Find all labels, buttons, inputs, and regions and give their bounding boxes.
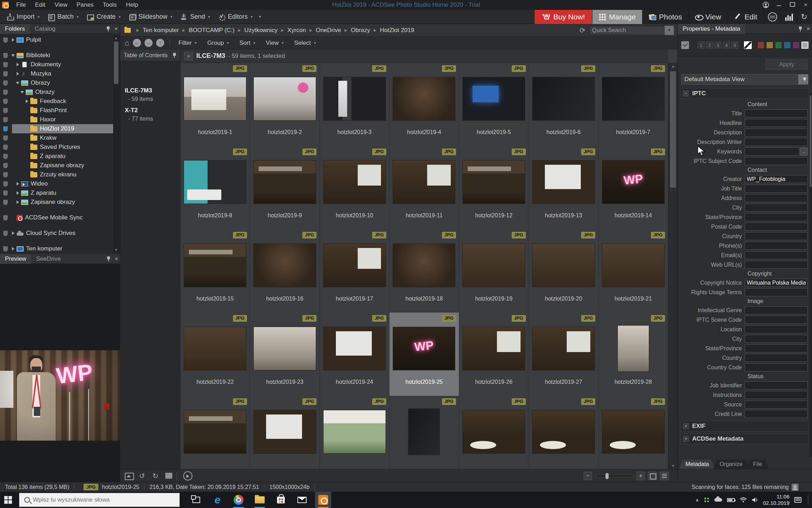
file-item-33[interactable]: JPG [459,396,529,469]
tab-folders[interactable]: Folders [0,24,30,34]
sidebar-item-obrazy[interactable]: Obrazy [0,78,120,87]
thumbnail-image[interactable] [184,410,246,453]
thumbnail-image[interactable] [254,77,316,120]
creator-field[interactable] [745,175,808,183]
quick-tag-icon[interactable] [3,215,8,220]
copyright-notice-field[interactable] [745,279,808,287]
file-item-11[interactable]: JPGhotzlot2019-11 [389,146,459,229]
file-item-30[interactable]: JPG [250,396,320,469]
slideshow-button[interactable]: Slideshow▼ [125,11,177,23]
thumbnail-image[interactable] [618,326,649,371]
menu-help[interactable]: Help [121,0,143,10]
iptc-scene-code-field[interactable] [745,316,808,324]
menu-view[interactable]: View [50,0,72,10]
state-province-field[interactable] [745,213,808,221]
scroll-up-icon[interactable]: ▲ [113,36,119,40]
forward-icon[interactable]: → [144,39,153,47]
expander-icon[interactable] [20,90,24,94]
thumbnail-image[interactable] [602,77,664,120]
sidebar-item-feedback[interactable]: Feedback [0,97,120,106]
sidebar-item-dokumenty[interactable]: Dokumenty [0,60,120,69]
file-item-32[interactable]: JPG [389,396,459,469]
mode-edit[interactable]: Edit [727,10,763,24]
state-province-field[interactable] [745,344,808,352]
thumbnail-image[interactable] [463,77,525,120]
menu-filter[interactable]: Filter▼ [173,40,202,47]
file-item-23[interactable]: JPGhotzlot2019-23 [250,313,320,396]
country-field[interactable] [745,232,808,240]
folder-tree-scrollbar[interactable]: ▲ ▼ [113,35,119,253]
expand-icon[interactable]: + [683,436,689,442]
keywords-field[interactable] [745,147,799,156]
credit-line-field[interactable] [745,410,808,418]
color-label-swatch[interactable] [801,42,808,49]
minimize-button[interactable] [775,2,782,8]
quick-tag-icon[interactable] [3,135,8,141]
rating-4-button[interactable]: 4 [723,42,730,49]
file-item-6[interactable]: JPGhotzlot2019-6 [529,63,599,146]
quick-tag-icon[interactable] [3,172,8,177]
sidebar-item-haxor[interactable]: Haxor [0,115,120,124]
thumbnail-image[interactable] [463,410,525,453]
menu-view[interactable]: View▼ [261,40,289,47]
quick-tag-icon[interactable] [3,80,8,86]
thumbnail-image[interactable] [184,161,246,204]
toolbar-overflow-icon[interactable]: ▼ [258,15,262,19]
tab-seedrive[interactable]: SeeDrive [31,254,66,264]
sidebar-item-zapisane-obrazy[interactable]: Zapisane obrazy [0,161,120,170]
details-view-icon[interactable] [660,472,669,480]
file-item-19[interactable]: JPGhotzlot2019-19 [459,229,529,313]
tray-expand-icon[interactable]: ∧ [695,497,699,503]
breadcrumb-obrazy[interactable]: Obrazy [349,27,371,34]
mail-button[interactable] [294,492,310,508]
source-field[interactable] [745,400,808,409]
file-item-3[interactable]: JPGhotzlot2019-3 [320,63,389,146]
thumbnail-image[interactable] [533,410,595,453]
expander-icon[interactable] [16,182,20,186]
thumbnail-image[interactable] [602,161,664,204]
sidebar-item-acdsee-mobile-sync[interactable]: ACDSee Mobile Sync [0,213,120,222]
auto-advance-icon[interactable]: ▶ [183,471,192,480]
thumbnail-image[interactable] [324,161,386,204]
volume-icon[interactable] [752,497,758,503]
breadcrumb-u-ytkownicy[interactable]: Użytkownicy [243,27,279,34]
intellectual-genre-field[interactable] [745,306,808,314]
quick-tag-icon[interactable] [3,231,8,236]
file-item-27[interactable]: JPGhotzlot2019-27 [529,313,599,396]
contact-sheet-icon[interactable] [164,472,174,480]
file-item-16[interactable]: JPGhotzlot2019-16 [250,229,320,313]
file-item-26[interactable]: JPGhotzlot2019-26 [459,313,529,396]
thumbnail-image[interactable] [463,327,525,370]
collapse-group-icon[interactable]: » [184,52,193,60]
address-field[interactable] [745,194,808,202]
zoom-slider[interactable] [595,475,634,477]
import-button[interactable]: Import▼ [3,11,44,23]
thumbnail-image[interactable] [533,161,595,204]
home-icon[interactable]: ⌂ [124,38,129,48]
toc-group-name[interactable]: X-T2 [125,106,180,115]
tab-preview[interactable]: Preview [0,254,31,264]
file-item-15[interactable]: JPGhotzlot2019-15 [180,229,250,313]
maximize-button[interactable] [789,2,796,8]
rating-2-button[interactable]: 2 [706,42,713,49]
sidebar-item-ten-komputer[interactable]: Ten komputer [0,244,120,253]
description-field[interactable] [745,128,808,137]
sidebar-item-biblioteki[interactable]: Biblioteki [0,51,120,60]
quick-tag-icon[interactable] [3,53,8,58]
file-item-9[interactable]: JPGhotzlot2019-9 [250,146,320,229]
color-label-swatch[interactable] [793,42,800,49]
show-desktop-button[interactable] [808,495,808,505]
country-field[interactable] [745,354,808,362]
thumbnail-image[interactable] [533,327,595,370]
thumbnail-image[interactable] [602,244,664,287]
sidebar-item-zapisane-obrazy[interactable]: Zapisane obrazy [0,198,120,207]
tab-metadata[interactable]: Metadata [679,460,715,469]
send-button[interactable]: Send▼ [177,11,214,23]
file-item-20[interactable]: JPGhotzlot2019-20 [529,229,599,313]
file-item-13[interactable]: JPGhotzlot2019-13 [529,146,599,229]
pin-icon[interactable] [798,26,802,31]
menu-edit[interactable]: Edit [30,0,50,10]
file-item-7[interactable]: JPGhotzlot2019-7 [598,63,668,146]
file-item-24[interactable]: JPGhotzlot2019-24 [320,313,389,396]
thumbnail-image[interactable] [393,244,455,287]
